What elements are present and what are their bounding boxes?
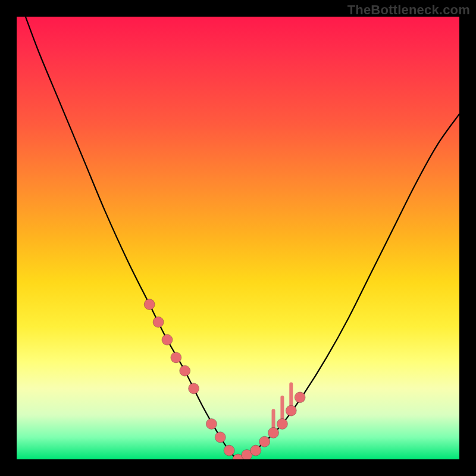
bottleneck-curve bbox=[26, 17, 459, 459]
marker-point bbox=[206, 418, 217, 429]
marker-point bbox=[189, 383, 199, 394]
bottleneck-chart bbox=[17, 17, 459, 459]
marker-point bbox=[224, 445, 234, 456]
marker-point bbox=[153, 317, 164, 327]
marker-point bbox=[259, 436, 270, 447]
marker-point bbox=[180, 365, 190, 376]
marker-points bbox=[144, 299, 305, 459]
marker-point bbox=[250, 445, 261, 456]
marker-point bbox=[144, 299, 155, 310]
marker-point bbox=[286, 405, 296, 416]
watermark-text: TheBottleneck.com bbox=[347, 2, 470, 18]
plot-area bbox=[17, 17, 459, 459]
marker-point bbox=[171, 352, 181, 363]
marker-point bbox=[277, 418, 287, 429]
marker-point bbox=[268, 427, 279, 438]
marker-point bbox=[162, 334, 173, 345]
outer-frame: TheBottleneck.com bbox=[0, 0, 476, 476]
marker-point bbox=[295, 392, 305, 403]
marker-point bbox=[215, 432, 226, 443]
